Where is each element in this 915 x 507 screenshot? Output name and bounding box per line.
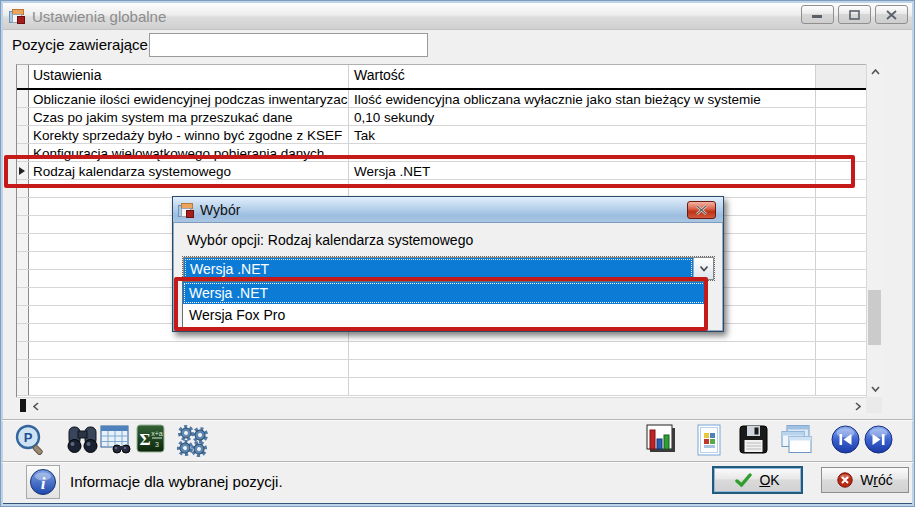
scroll-right-arrow[interactable] [850,398,866,414]
nav-first-button[interactable] [831,425,860,458]
titlebar: Ustawienia globalne [3,3,912,30]
svg-text:3: 3 [155,441,159,448]
maximize-button[interactable] [838,5,871,24]
close-button[interactable] [875,5,908,24]
sum-button[interactable]: Σ x+a 3 [136,424,165,457]
chevron-down-icon [699,265,709,272]
search-preview-icon: P [14,424,47,457]
app-icon [178,202,194,218]
svg-text:P: P [24,430,33,445]
minimize-button[interactable] [801,5,834,24]
table-row[interactable]: Czas po jakim system ma przeszukać dane … [17,108,866,126]
nav-last-icon [864,425,893,454]
sum-icon: Σ x+a 3 [136,424,165,453]
scroll-up-arrow[interactable] [867,64,883,80]
cell-value: Tak [349,126,816,143]
report-button[interactable] [696,424,723,461]
column-header-settings[interactable]: Ustawienia [29,65,349,88]
table-row[interactable]: Obliczanie ilości ewidencyjnej podczas i… [17,90,866,108]
filter-input[interactable] [149,33,428,57]
check-icon [735,473,752,487]
table-row-selected[interactable]: Rodzaj kalendarza systemowego Wersja .NE… [17,162,866,180]
table-empty-row [17,342,866,360]
filter-label: Pozycje zawierające: [12,34,152,56]
search-preview-button[interactable]: P [14,424,47,461]
dialog-title: Wybór [200,202,240,218]
search-button[interactable] [66,424,99,459]
save-button[interactable] [738,424,769,459]
window-title: Ustawienia globalne [32,8,166,25]
cell-value: Ilość ewidencyjna obliczana wyłacznie ja… [349,90,816,107]
wybor-dialog: Wybór Wybór opcji: Rodzaj kalendarza sys… [172,196,724,332]
option-wersja-net[interactable]: Wersja .NET [183,282,706,304]
svg-text:x+a: x+a [151,430,163,437]
nav-last-button[interactable] [864,425,893,458]
svg-text:i: i [41,474,46,493]
close-icon [696,205,707,215]
close-icon [886,10,897,20]
dialog-option-label: Wybór opcji: Rodzaj kalendarza systemowe… [187,232,473,248]
statusbar-separator [2,461,913,463]
table-search-button[interactable] [100,424,133,459]
settings-button[interactable] [176,424,210,462]
svg-text:Σ: Σ [139,430,150,449]
column-header-value[interactable]: Wartość [349,65,816,88]
report-page-icon [696,424,723,457]
horizontal-scrollbar[interactable] [16,397,866,413]
cell-value: Wersja .NET [349,162,816,179]
info-button[interactable]: i [26,465,60,499]
minimize-icon [812,10,823,19]
combobox-dropdown-button[interactable] [693,258,713,279]
cell-setting: Korekty sprzedaży było - winno być zgodn… [29,126,349,143]
app-icon [9,8,25,24]
combobox-dropdown-list: Wersja .NET Wersja Fox Pro [182,281,707,328]
cell-setting: Obliczanie ilości ewidencyjnej podczas i… [29,90,349,107]
maximize-icon [849,10,860,20]
cell-value: 0,10 sekundy [349,108,816,125]
info-icon: i [29,468,57,496]
gears-icon [176,424,210,458]
windows-cascade-button[interactable] [778,424,813,458]
calendar-type-combobox[interactable]: Wersja .NET [183,257,714,280]
table-header: Ustawienia Wartość [17,65,866,90]
bar-chart-icon [646,424,678,454]
back-button[interactable]: Wróć [821,467,909,493]
table-row[interactable]: Korekty sprzedaży było - winno być zgodn… [17,126,866,144]
table-empty-row [17,360,866,378]
option-wersja-fox-pro[interactable]: Wersja Fox Pro [183,304,706,326]
cell-setting: Konfiguracja wielowątkowego pobierania d… [29,144,349,161]
scroll-left-arrow[interactable] [28,398,44,414]
row-selector-header [17,65,29,88]
cell-value [349,144,816,161]
table-row[interactable]: Konfiguracja wielowątkowego pobierania d… [17,144,866,162]
window-controls [801,5,908,24]
vertical-scrollbar[interactable] [866,64,882,397]
vertical-scroll-thumb[interactable] [868,290,881,345]
nav-first-icon [831,425,860,454]
selected-row-marker [19,167,25,175]
save-icon [738,424,769,455]
dialog-titlebar: Wybór [173,197,723,223]
status-message: Informacje dla wybranej pozycji. [70,465,283,499]
binoculars-icon [66,424,99,455]
scroll-down-arrow[interactable] [867,381,883,397]
ok-button[interactable]: OK [712,466,803,494]
combobox-value: Wersja .NET [184,258,693,279]
dialog-close-button[interactable] [687,201,716,219]
cell-setting: Rodzaj kalendarza systemowego [29,162,349,179]
table-empty-row [17,378,866,396]
cancel-icon [837,472,853,488]
column-header-extra [816,65,866,88]
cell-setting: Czas po jakim system ma przeszukać dane [29,108,349,125]
toolbar-separator [2,419,913,421]
windows-cascade-icon [778,424,813,454]
horizontal-scroll-thumb[interactable] [20,399,26,412]
chart-button[interactable] [646,424,678,458]
window: Ustawienia globalne Pozycje zawierające:… [0,0,915,507]
scrollbar-corner [866,397,882,413]
grid-search-icon [100,424,133,455]
